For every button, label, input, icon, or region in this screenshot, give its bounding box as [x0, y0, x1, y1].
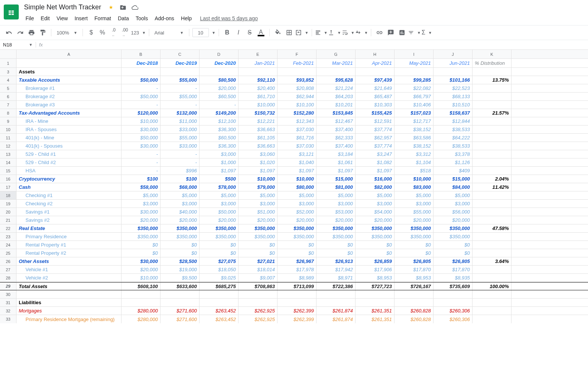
cell[interactable] [472, 274, 512, 282]
cell[interactable]: Mortgages [16, 307, 122, 315]
cell[interactable]: $15,000 [434, 175, 472, 183]
cell[interactable]: $0 [278, 241, 316, 249]
cell[interactable]: $350,000 [434, 224, 472, 232]
cell[interactable]: $100 [122, 175, 160, 183]
cell[interactable]: $5,000 [278, 191, 316, 199]
cell[interactable] [434, 299, 472, 306]
cell[interactable]: $271,600 [160, 307, 200, 315]
cell[interactable]: $26,859 [356, 257, 394, 265]
cloud-status-icon[interactable] [131, 4, 139, 11]
cell[interactable]: $26,805 [434, 257, 472, 265]
cell[interactable]: Vehicle #1 [16, 266, 122, 273]
cell[interactable] [316, 290, 356, 298]
row-header[interactable]: 32 [0, 307, 16, 315]
cell[interactable]: $17,870 [394, 266, 434, 273]
cell[interactable]: $5,000 [394, 191, 434, 199]
cell[interactable] [472, 68, 512, 76]
cell[interactable]: $1,097 [316, 167, 356, 175]
cell[interactable]: $15,000 [316, 175, 356, 183]
row-header[interactable]: 23 [0, 233, 16, 241]
cell[interactable] [472, 208, 512, 216]
cell[interactable]: $3,312 [394, 150, 434, 158]
cell[interactable]: $262,925 [238, 315, 278, 323]
cell[interactable]: $40,000 [160, 208, 200, 216]
cell[interactable]: $0 [200, 249, 238, 257]
menu-file[interactable]: File [22, 14, 37, 23]
cell[interactable]: $149,200 [200, 109, 238, 117]
cell[interactable]: $0 [316, 241, 356, 249]
row-header[interactable]: 11 [0, 134, 16, 142]
cell[interactable]: $20,000 [122, 216, 160, 224]
cell[interactable]: $3,000 [160, 200, 200, 208]
cell[interactable] [472, 200, 512, 208]
cell[interactable]: $62,333 [316, 134, 356, 142]
cell[interactable]: $80,000 [278, 183, 316, 191]
cell[interactable]: $350,000 [356, 233, 394, 241]
italic-button[interactable]: I [233, 27, 244, 38]
col-header[interactable]: K [472, 50, 512, 58]
cell[interactable]: Checking #1 [16, 191, 122, 199]
cell[interactable]: $3,060 [238, 150, 278, 158]
cell[interactable]: Jun-2021 [434, 59, 472, 67]
cell[interactable]: $0 [200, 241, 238, 249]
cell[interactable] [122, 68, 160, 76]
cell[interactable]: Feb-2021 [278, 59, 316, 67]
cell[interactable]: $26,913 [316, 257, 356, 265]
cell[interactable]: 47.58% [472, 224, 512, 232]
cell[interactable] [160, 290, 200, 298]
row-header[interactable]: 21 [0, 216, 16, 224]
cell[interactable]: $350,000 [160, 224, 200, 232]
text-color-button[interactable]: A [256, 27, 266, 38]
cell[interactable]: $0 [238, 241, 278, 249]
cell[interactable]: $350,000 [278, 233, 316, 241]
cell[interactable]: $350,000 [356, 224, 394, 232]
cell[interactable]: $150,732 [238, 109, 278, 117]
cell[interactable]: - [122, 167, 160, 175]
cell[interactable]: $3,247 [356, 150, 394, 158]
cell[interactable]: $92,110 [238, 76, 278, 84]
cell[interactable]: $0 [434, 241, 472, 249]
cell[interactable]: $93,852 [278, 76, 316, 84]
cell[interactable]: $56,000 [434, 208, 472, 216]
cell[interactable]: $0 [394, 249, 434, 257]
menu-addons[interactable]: Add-ons [152, 14, 177, 23]
cell[interactable]: $5,000 [200, 191, 238, 199]
format-percent-button[interactable]: % [97, 27, 108, 38]
cell[interactable]: $61,105 [238, 134, 278, 142]
cell[interactable]: $61,716 [278, 134, 316, 142]
cell[interactable]: $30,000 [122, 257, 160, 265]
row-header[interactable]: 20 [0, 208, 16, 216]
cell[interactable]: $22,082 [394, 84, 434, 92]
row-header[interactable]: 6 [0, 93, 16, 100]
cell[interactable]: $158,637 [434, 109, 472, 117]
cell[interactable]: $5,000 [122, 191, 160, 199]
cell[interactable]: 11.42% [472, 183, 512, 191]
cell[interactable]: $10,406 [394, 101, 434, 109]
cell[interactable]: Tax-Advantaged Accounts [16, 109, 122, 117]
cell[interactable]: $37,774 [356, 125, 394, 133]
cell[interactable]: $518 [394, 167, 434, 175]
cell[interactable]: $3,000 [394, 200, 434, 208]
cell[interactable]: $10,510 [434, 101, 472, 109]
cell[interactable]: $17,978 [278, 266, 316, 273]
cell[interactable]: Rental Property #2 [16, 249, 122, 257]
cell[interactable]: $38,152 [394, 125, 434, 133]
cell[interactable]: 401(k) - Mine [16, 134, 122, 142]
undo-button[interactable] [4, 27, 14, 38]
cell[interactable]: $1,097 [356, 167, 394, 175]
cell[interactable]: $12,591 [356, 117, 394, 125]
col-header[interactable]: B [122, 50, 160, 58]
cell[interactable]: $101,166 [434, 76, 472, 84]
cell[interactable]: $5,000 [238, 191, 278, 199]
row-header[interactable]: 30 [0, 290, 16, 298]
row-header[interactable]: 9 [0, 117, 16, 125]
cell[interactable]: $10,000 [238, 101, 278, 109]
cell[interactable]: Savings #2 [16, 216, 122, 224]
cell[interactable]: $62,957 [356, 134, 394, 142]
cell[interactable] [16, 59, 122, 67]
increase-decimal-button[interactable]: .00→ [120, 27, 130, 38]
menu-insert[interactable]: Insert [72, 14, 91, 23]
cell[interactable] [200, 299, 238, 306]
menu-tools[interactable]: Tools [133, 14, 151, 23]
cell[interactable] [394, 290, 434, 298]
